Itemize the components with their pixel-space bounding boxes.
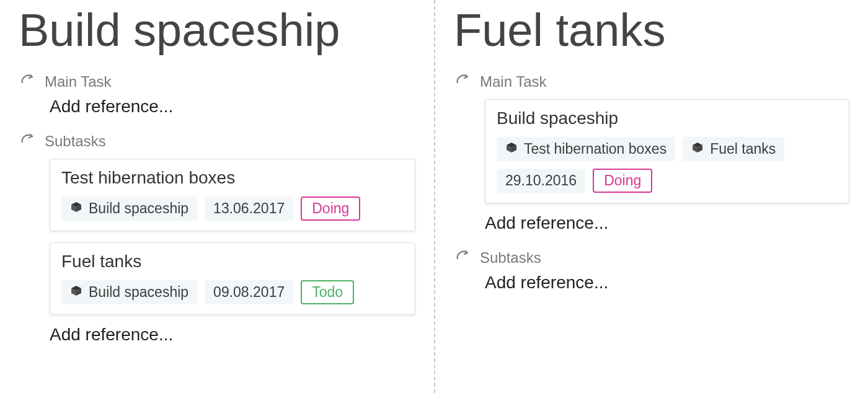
section-header-main-task: Main Task <box>19 73 415 91</box>
box-icon <box>505 141 518 157</box>
section-header-main-task: Main Task <box>454 73 849 91</box>
add-reference-input[interactable]: Add reference... <box>50 97 415 117</box>
date-label: 29.10.2016 <box>505 172 577 189</box>
reference-label: Build spaceship <box>89 200 188 217</box>
date-chip[interactable]: 29.10.2016 <box>497 169 585 193</box>
reference-label: Test hibernation boxes <box>524 141 666 157</box>
add-reference-input[interactable]: Add reference... <box>485 213 849 233</box>
section-subtasks: Subtasks Add reference... <box>454 249 849 293</box>
box-icon <box>70 200 82 217</box>
link-icon <box>19 73 36 91</box>
subtask-card[interactable]: Fuel tanks Build spaceship <box>50 242 415 315</box>
task-pane-fuel-tanks: Fuel tanks Main Task Build spaceship <box>434 0 868 393</box>
section-main-task: Main Task Add reference... <box>19 73 415 117</box>
section-label: Subtasks <box>45 133 106 150</box>
reference-chip[interactable]: Fuel tanks <box>683 137 784 161</box>
status-label: Doing <box>312 200 349 217</box>
status-badge[interactable]: Todo <box>301 280 354 304</box>
page-title: Build spaceship <box>19 6 415 55</box>
status-badge[interactable]: Doing <box>301 196 360 221</box>
status-label: Todo <box>312 284 343 301</box>
reference-chip[interactable]: Build spaceship <box>61 196 197 221</box>
reference-label: Fuel tanks <box>710 141 776 157</box>
section-main-task: Main Task Build spaceship <box>454 73 849 233</box>
add-reference-input[interactable]: Add reference... <box>50 325 415 345</box>
section-label: Subtasks <box>480 249 541 267</box>
page-title: Fuel tanks <box>454 6 849 55</box>
subtask-card[interactable]: Test hibernation boxes Build spaceship <box>50 159 415 231</box>
section-label: Main Task <box>45 73 112 91</box>
card-title: Build spaceship <box>497 108 838 128</box>
reference-label: Build spaceship <box>89 284 188 301</box>
card-title: Fuel tanks <box>61 252 404 272</box>
main-task-card[interactable]: Build spaceship Test hibernation boxes <box>485 99 849 203</box>
add-reference-input[interactable]: Add reference... <box>485 273 849 293</box>
section-subtasks: Subtasks Test hibernation boxes <box>19 133 415 345</box>
link-icon <box>454 249 471 267</box>
date-chip[interactable]: 09.08.2017 <box>205 280 293 304</box>
box-icon <box>691 141 704 157</box>
date-label: 13.06.2017 <box>213 200 285 217</box>
task-pane-build-spaceship: Build spaceship Main Task Add reference.… <box>0 0 434 393</box>
section-header-subtasks: Subtasks <box>454 249 849 267</box>
reference-chip[interactable]: Build spaceship <box>61 280 197 304</box>
status-label: Doing <box>604 172 641 189</box>
link-icon <box>454 73 471 91</box>
section-label: Main Task <box>480 73 547 91</box>
link-icon <box>19 133 36 150</box>
status-badge[interactable]: Doing <box>593 169 652 193</box>
section-header-subtasks: Subtasks <box>19 133 415 150</box>
date-chip[interactable]: 13.06.2017 <box>205 196 293 221</box>
date-label: 09.08.2017 <box>213 284 285 301</box>
reference-chip[interactable]: Test hibernation boxes <box>497 137 675 161</box>
card-title: Test hibernation boxes <box>61 168 404 188</box>
box-icon <box>70 284 82 301</box>
